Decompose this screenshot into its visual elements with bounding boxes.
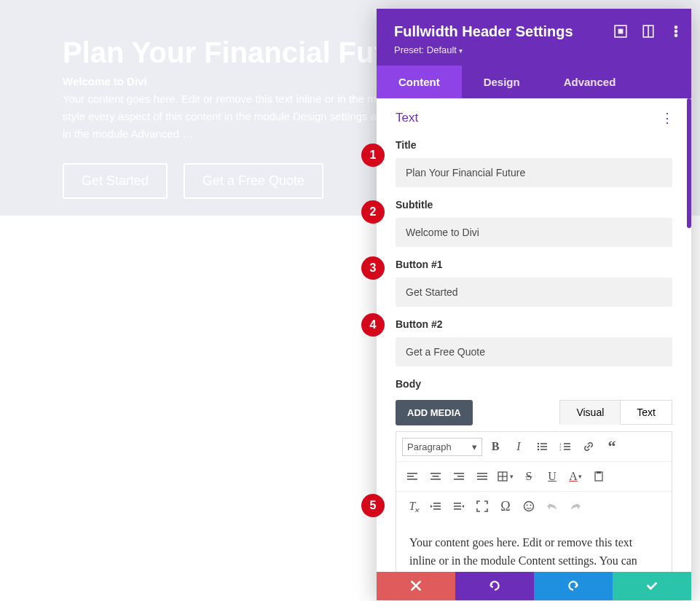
title-input[interactable] <box>396 158 672 187</box>
svg-rect-24 <box>430 479 441 480</box>
quote-icon[interactable]: “ <box>602 436 622 457</box>
tab-design[interactable]: Design <box>462 66 542 98</box>
svg-point-44 <box>530 505 532 506</box>
preset-selector[interactable]: Preset: Default <box>394 44 674 55</box>
text-color-icon[interactable]: A▾ <box>565 466 586 487</box>
indent-icon[interactable] <box>449 496 469 516</box>
callout-2: 2 <box>361 200 385 224</box>
redo-icon[interactable] <box>565 496 586 516</box>
callout-5: 5 <box>361 494 385 517</box>
settings-panel: Fullwidth Header Settings Preset: Defaul… <box>377 9 691 600</box>
svg-rect-18 <box>564 449 570 450</box>
clear-format-icon[interactable]: T✕ <box>402 496 422 516</box>
callout-4: 4 <box>361 313 385 337</box>
svg-point-11 <box>538 449 540 451</box>
subtitle-label: Subtitle <box>396 199 672 211</box>
svg-rect-27 <box>454 479 464 480</box>
number-list-icon[interactable]: 123 <box>555 436 575 457</box>
panel-header: Fullwidth Header Settings Preset: Defaul… <box>377 9 691 66</box>
body-label: Body <box>396 378 672 390</box>
button1-label: Button #1 <box>396 259 672 270</box>
bold-icon[interactable]: B <box>485 436 506 457</box>
expand-icon[interactable] <box>614 25 627 38</box>
paragraph-select[interactable]: Paragraph▾ <box>402 438 482 456</box>
discard-button[interactable] <box>377 572 455 600</box>
tab-bar: Content Design Advanced <box>377 66 691 98</box>
svg-rect-41 <box>454 508 461 510</box>
strike-icon[interactable]: S <box>519 466 539 487</box>
button2-input[interactable] <box>396 337 672 366</box>
button2-label: Button #2 <box>396 318 672 330</box>
undo-icon[interactable] <box>542 496 562 516</box>
svg-rect-1 <box>618 29 623 34</box>
callout-3: 3 <box>361 256 385 280</box>
align-justify-icon[interactable] <box>472 466 492 487</box>
svg-point-5 <box>675 30 677 33</box>
responsive-icon[interactable] <box>642 25 655 38</box>
button1-input[interactable] <box>396 278 672 307</box>
editor-tab-visual[interactable]: Visual <box>559 400 620 425</box>
svg-rect-8 <box>540 443 547 444</box>
wysiwyg-editor: Paragraph▾ B I 123 “ ▾ S U A▾ T✕ <box>396 431 672 572</box>
svg-rect-26 <box>457 476 464 477</box>
svg-rect-35 <box>597 471 601 474</box>
svg-rect-10 <box>540 446 547 447</box>
callout-1: 1 <box>361 144 385 167</box>
svg-point-4 <box>675 26 677 29</box>
svg-rect-16 <box>564 446 570 447</box>
editor-tab-text[interactable]: Text <box>620 400 672 425</box>
svg-point-43 <box>527 505 528 506</box>
link-icon[interactable] <box>578 436 599 457</box>
settings-body[interactable]: Text ⋮ Title Subtitle Button #1 Button #… <box>377 98 691 572</box>
svg-rect-19 <box>407 473 417 474</box>
body-textarea[interactable]: Your content goes here. Edit or remove t… <box>396 521 672 572</box>
title-label: Title <box>396 139 672 151</box>
align-left-icon[interactable] <box>402 466 422 487</box>
tab-advanced[interactable]: Advanced <box>542 66 638 98</box>
special-char-icon[interactable]: Ω <box>495 496 516 516</box>
svg-rect-37 <box>433 506 441 507</box>
fullscreen-icon[interactable] <box>472 496 492 516</box>
underline-icon[interactable]: U <box>542 466 562 487</box>
preview-button-1[interactable]: Get Started <box>63 163 168 199</box>
more-icon[interactable] <box>669 25 683 38</box>
italic-icon[interactable]: I <box>508 436 529 457</box>
svg-rect-12 <box>540 449 547 450</box>
svg-rect-39 <box>454 503 461 504</box>
scrollbar[interactable] <box>687 98 691 228</box>
svg-point-9 <box>538 446 540 448</box>
svg-text:3: 3 <box>559 448 562 452</box>
align-right-icon[interactable] <box>449 466 469 487</box>
svg-point-6 <box>675 34 677 37</box>
svg-rect-28 <box>477 473 487 474</box>
paste-icon[interactable] <box>589 466 609 487</box>
undo-footer-button[interactable] <box>455 572 534 600</box>
table-icon[interactable]: ▾ <box>495 466 516 487</box>
add-media-button[interactable]: ADD MEDIA <box>396 400 473 425</box>
svg-rect-30 <box>477 479 487 480</box>
svg-rect-22 <box>430 473 441 474</box>
redo-footer-button[interactable] <box>534 572 613 600</box>
svg-rect-40 <box>454 506 461 507</box>
preview-button-2[interactable]: Get a Free Quote <box>184 163 323 199</box>
emoji-icon[interactable] <box>519 496 539 516</box>
svg-rect-36 <box>433 503 441 504</box>
outdent-icon[interactable] <box>425 496 446 516</box>
svg-rect-29 <box>477 476 487 477</box>
tab-content[interactable]: Content <box>377 66 462 98</box>
svg-point-7 <box>538 443 540 445</box>
subtitle-input[interactable] <box>396 218 672 247</box>
svg-rect-21 <box>407 479 417 480</box>
svg-point-42 <box>524 502 534 511</box>
save-button[interactable] <box>613 572 691 600</box>
section-label-text[interactable]: Text <box>396 111 418 125</box>
section-menu-icon[interactable]: ⋮ <box>661 110 672 126</box>
panel-footer <box>377 572 691 600</box>
svg-rect-25 <box>454 473 464 474</box>
svg-rect-14 <box>564 443 570 444</box>
svg-rect-38 <box>433 508 441 510</box>
align-center-icon[interactable] <box>425 466 446 487</box>
svg-rect-20 <box>407 476 414 477</box>
svg-rect-23 <box>433 476 439 477</box>
bullet-list-icon[interactable] <box>532 436 552 457</box>
